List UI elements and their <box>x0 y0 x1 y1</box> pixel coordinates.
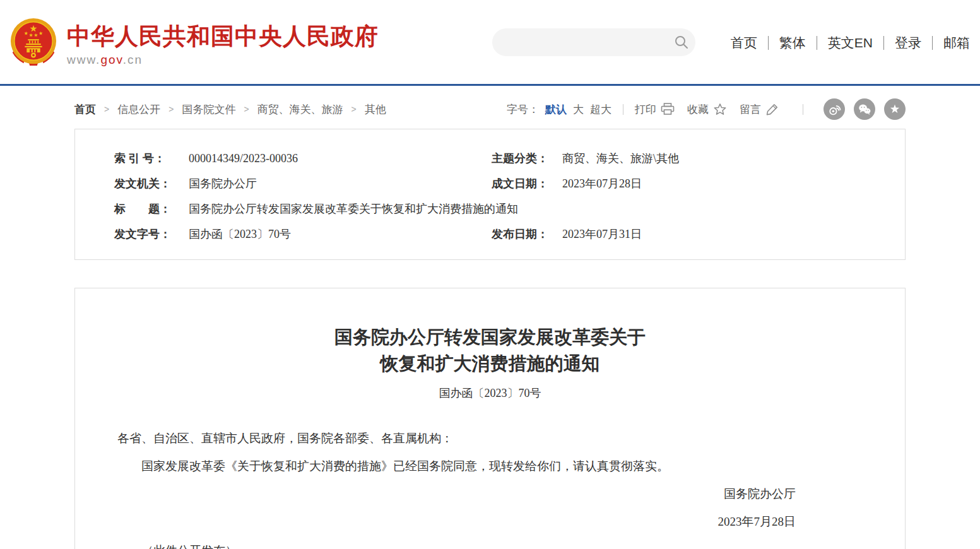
breadcrumb-separator: > <box>104 104 109 114</box>
url-gov: gov <box>100 53 122 66</box>
search-icon <box>674 35 689 50</box>
meta-issuer-label: 发文机关： <box>114 171 189 196</box>
brand-text: 中华人民共和国中央人民政府 www.gov.cn <box>67 16 379 67</box>
document-public-release-note: （此件公开发布） <box>117 541 863 549</box>
document-paragraph: 国家发展改革委《关于恢复和扩大消费的措施》已经国务院同意，现转发给你们，请认真贯… <box>117 456 863 476</box>
font-size-default[interactable]: 默认 <box>545 102 567 117</box>
site-url: www.gov.cn <box>67 53 379 67</box>
document-body: 各省、自治区、直辖市人民政府，国务院各部委、各直属机构： 国家发展改革委《关于恢… <box>117 428 863 549</box>
favorite-button[interactable]: 收藏 <box>687 102 727 117</box>
font-size-xlarge[interactable]: 超大 <box>590 102 611 117</box>
national-emblem-icon <box>9 16 58 68</box>
document-meta-grid: 索 引 号： 000014349/2023-00036 主题分类： 商贸、海关、… <box>75 129 905 259</box>
search-button[interactable] <box>668 28 695 56</box>
meta-category-value: 商贸、海关、旅游\其他 <box>562 146 892 171</box>
nav-divider <box>932 36 933 50</box>
toolbar-divider <box>623 104 623 115</box>
page-tools: 字号： 默认 大 超大 打印 收藏 <box>507 98 906 120</box>
document-sign-date: 2023年7月28日 <box>117 512 863 532</box>
nav-divider <box>883 36 884 50</box>
nav-divider <box>768 36 769 50</box>
document-meta-box: 索 引 号： 000014349/2023-00036 主题分类： 商贸、海关、… <box>74 129 906 260</box>
url-cn: .cn <box>123 53 143 66</box>
breadcrumb-item-info-disclosure[interactable]: 信息公开 <box>117 102 160 117</box>
site-title: 中华人民共和国中央人民政府 <box>67 24 379 49</box>
breadcrumb-item-state-council-docs[interactable]: 国务院文件 <box>182 102 235 117</box>
breadcrumb-separator: > <box>244 104 249 114</box>
printer-icon <box>661 103 675 115</box>
document-number: 国办函〔2023〕70号 <box>117 386 863 401</box>
wechat-icon[interactable] <box>854 98 875 120</box>
breadcrumb-toolbar-row: 首页 > 信息公开 > 国务院文件 > 商贸、海关、旅游 > 其他 字号： 默认… <box>74 100 906 119</box>
header-divider <box>0 84 980 86</box>
document-salutation: 各省、自治区、直辖市人民政府，国务院各部委、各直属机构： <box>117 428 863 449</box>
breadcrumb-item-other[interactable]: 其他 <box>365 102 386 117</box>
font-size-label: 字号： <box>507 102 539 117</box>
search-box[interactable] <box>492 28 695 56</box>
meta-written-date-label: 成文日期： <box>492 171 562 196</box>
pencil-icon <box>765 103 779 116</box>
star-icon <box>713 103 727 116</box>
url-www: www. <box>67 53 100 66</box>
breadcrumb: 首页 > 信息公开 > 国务院文件 > 商贸、海关、旅游 > 其他 <box>74 102 386 117</box>
meta-index-label: 索 引 号： <box>114 146 189 171</box>
document-title-line2: 恢复和扩大消费措施的通知 <box>381 353 600 374</box>
meta-published-date-label: 发布日期： <box>492 221 562 247</box>
meta-published-date-value: 2023年07月31日 <box>562 221 892 247</box>
search-input[interactable] <box>492 28 668 56</box>
meta-title-label: 标 题： <box>114 196 189 221</box>
print-label: 打印 <box>635 102 656 117</box>
favorite-label: 收藏 <box>687 102 709 117</box>
document-signer: 国务院办公厅 <box>117 484 863 504</box>
font-size-large[interactable]: 大 <box>573 102 584 117</box>
meta-category-label: 主题分类： <box>492 146 562 171</box>
document-box: 国务院办公厅转发国家发展改革委关于 恢复和扩大消费措施的通知 国办函〔2023〕… <box>74 288 906 549</box>
page: 中华人民共和国中央人民政府 www.gov.cn 首页 繁体 英文EN 登录 邮… <box>0 0 980 549</box>
nav-mail[interactable]: 邮箱 <box>943 34 970 52</box>
print-button[interactable]: 打印 <box>635 102 675 117</box>
meta-docno-label: 发文字号： <box>114 221 189 247</box>
nav-traditional[interactable]: 繁体 <box>779 34 806 52</box>
site-logo-link[interactable]: 中华人民共和国中央人民政府 www.gov.cn <box>9 16 379 68</box>
nav-divider <box>817 36 817 50</box>
nav-login[interactable]: 登录 <box>895 34 921 52</box>
breadcrumb-separator: > <box>351 104 357 114</box>
breadcrumb-item-commerce-customs-tourism[interactable]: 商贸、海关、旅游 <box>257 102 343 117</box>
qzone-icon[interactable] <box>884 98 906 120</box>
meta-written-date-value: 2023年07月28日 <box>562 171 892 196</box>
meta-docno-value: 国办函〔2023〕70号 <box>189 221 492 247</box>
document-title: 国务院办公厅转发国家发展改革委关于 恢复和扩大消费措施的通知 <box>117 324 863 377</box>
meta-title-value: 国务院办公厅转发国家发展改革委关于恢复和扩大消费措施的通知 <box>189 196 892 221</box>
comment-button[interactable]: 留言 <box>740 102 779 117</box>
site-header: 中华人民共和国中央人民政府 www.gov.cn 首页 繁体 英文EN 登录 邮… <box>0 0 980 84</box>
nav-home[interactable]: 首页 <box>731 34 757 52</box>
document-title-line1: 国务院办公厅转发国家发展改革委关于 <box>334 327 646 347</box>
nav-english[interactable]: 英文EN <box>828 34 873 52</box>
content-column: 首页 > 信息公开 > 国务院文件 > 商贸、海关、旅游 > 其他 字号： 默认… <box>74 100 906 549</box>
breadcrumb-separator: > <box>168 104 174 114</box>
weibo-icon[interactable] <box>824 98 845 120</box>
share-icons <box>815 98 906 120</box>
breadcrumb-item-home[interactable]: 首页 <box>74 102 96 117</box>
comment-label: 留言 <box>740 102 761 117</box>
meta-issuer-value: 国务院办公厅 <box>189 171 492 196</box>
toolbar-divider <box>803 104 803 115</box>
meta-index-value: 000014349/2023-00036 <box>189 146 492 171</box>
top-nav: 首页 繁体 英文EN 登录 邮箱 <box>731 34 970 52</box>
